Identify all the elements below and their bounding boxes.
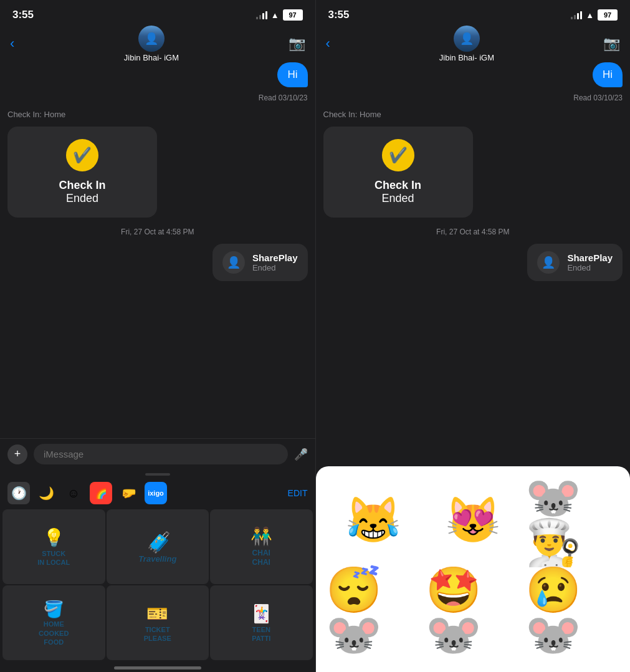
right-shareplay-card[interactable]: 👤 SharePlay Ended <box>527 244 623 281</box>
left-checkin-text: Check In Ended <box>59 179 105 205</box>
right-checkin-icon: ✔️ <box>382 139 414 171</box>
left-sticker-tabs: 🕐 🌙 ☺ 🌈 🤛 ixigo EDIT <box>0 479 315 507</box>
left-shareplay-icon: 👤 <box>222 251 245 274</box>
mouse-hearts-emoji: 😻 <box>445 497 501 542</box>
left-contact-avatar: 👤 <box>138 26 165 52</box>
left-sticker-tab-rainbow[interactable]: 🌈 <box>90 482 112 504</box>
left-message-area: Hi Read 03/10/23 Check In: Home ✔️ Check… <box>0 62 315 438</box>
right-checkin-text: Check In Ended <box>375 179 421 205</box>
right-contact-name: Jibin Bhai- iGM <box>439 53 494 62</box>
left-mic-icon[interactable]: 🎤 <box>294 448 308 461</box>
right-sticker-mouse-star[interactable]: 🤩🐭 <box>426 569 520 656</box>
right-phone-panel: 3:55 ▲ 97 ‹ 👤 Jibin Bhai- iGM 📷 H <box>315 0 631 672</box>
left-home-indicator <box>114 666 201 670</box>
mouse-star-emoji: 🤩🐭 <box>426 567 520 657</box>
left-sticker-travelling[interactable]: 🧳Travelling <box>107 509 209 584</box>
right-back-button[interactable]: ‹ <box>326 36 330 52</box>
left-checkin-label: Check In: Home <box>7 110 308 119</box>
right-read-timestamp: Read 03/10/23 <box>323 94 623 102</box>
left-input-bar: + 🎤 <box>0 438 315 469</box>
left-status-bar: 3:55 ▲ 97 <box>0 0 315 27</box>
right-sticker-mouse-sleeping[interactable]: 😴🐭 <box>326 569 421 656</box>
right-checkin-card[interactable]: ✔️ Check In Ended <box>323 127 473 218</box>
left-read-timestamp: Read 03/10/23 <box>7 94 308 102</box>
left-sticker-chai[interactable]: 👬CHAICHAI <box>210 509 313 584</box>
right-message-time: Fri, 27 Oct at 4:58 PM <box>323 228 623 236</box>
mouse-sad-emoji: 😢🐭 <box>525 567 620 657</box>
right-sticker-mouse-crying[interactable]: 😹 <box>326 476 421 564</box>
right-status-icons: ▲ 97 <box>571 9 618 21</box>
right-sticker-mouse-hearts[interactable]: 😻 <box>426 476 520 564</box>
right-sticker-sheet: 😹 😻 🐭👨‍🍳 😴🐭 🤩🐭 😢🐭 <box>316 466 631 672</box>
right-checkin-label: Check In: Home <box>323 110 623 119</box>
left-add-button[interactable]: + <box>7 444 27 464</box>
left-sticker-edit-button[interactable]: EDIT <box>288 488 308 498</box>
signal-icon <box>256 11 267 19</box>
right-battery-indicator: 97 <box>598 9 618 21</box>
left-sticker-panel: 🕐 🌙 ☺ 🌈 🤛 ixigo EDIT 💡STUCKIN LOCAL 🧳Tra… <box>0 469 315 663</box>
left-sticker-stuck-local[interactable]: 💡STUCKIN LOCAL <box>2 509 105 584</box>
left-sticker-home-cooked[interactable]: 🪣HOMECOOKEDFOOD <box>2 585 105 660</box>
right-shareplay-icon: 👤 <box>537 251 560 274</box>
left-message-input[interactable] <box>34 444 288 464</box>
right-nav-center[interactable]: 👤 Jibin Bhai- iGM <box>439 26 494 62</box>
right-hi-bubble: Hi <box>593 62 623 87</box>
left-sticker-tab-moon[interactable]: 🌙 <box>35 482 57 504</box>
right-time: 3:55 <box>328 9 350 21</box>
wifi-icon: ▲ <box>271 11 279 20</box>
right-sticker-mouse-chef[interactable]: 🐭👨‍🍳 <box>525 476 620 564</box>
right-hi-message: Hi <box>323 62 623 87</box>
left-back-button[interactable]: ‹ <box>10 36 14 52</box>
left-sticker-tab-emoji[interactable]: ☺ <box>62 482 85 504</box>
right-sticker-mouse-sad[interactable]: 😢🐭 <box>525 569 620 656</box>
right-contact-avatar: 👤 <box>454 26 480 52</box>
right-shareplay-text: SharePlay Ended <box>567 252 613 272</box>
battery-indicator: 97 <box>283 9 303 21</box>
left-sticker-teen-patti[interactable]: 🃏TEENPATTI <box>210 585 313 660</box>
mouse-sleeping-emoji: 😴🐭 <box>326 567 421 657</box>
left-shareplay-card[interactable]: 👤 SharePlay Ended <box>212 244 308 281</box>
right-status-bar: 3:55 ▲ 97 <box>316 0 631 27</box>
left-sticker-tab-recents[interactable]: 🕐 <box>7 482 30 504</box>
left-video-button[interactable]: 📷 <box>289 36 305 52</box>
right-signal-icon <box>571 11 582 19</box>
left-hi-message: Hi <box>7 62 308 87</box>
right-sticker-sheet-grid: 😹 😻 🐭👨‍🍳 😴🐭 🤩🐭 😢🐭 <box>316 466 631 666</box>
left-nav-center[interactable]: 👤 Jibin Bhai- iGM <box>124 26 179 62</box>
left-phone-panel: 3:55 ▲ 97 ‹ 👤 Jibin Bhai- iGM 📷 H <box>0 0 315 672</box>
left-shareplay-text: SharePlay Ended <box>252 252 298 272</box>
left-checkin-icon: ✔️ <box>66 139 98 171</box>
left-time: 3:55 <box>12 9 34 21</box>
right-video-button[interactable]: 📷 <box>603 36 620 52</box>
left-message-time: Fri, 27 Oct at 4:58 PM <box>7 228 308 236</box>
left-nav-bar: ‹ 👤 Jibin Bhai- iGM 📷 <box>0 27 315 62</box>
left-contact-name: Jibin Bhai- iGM <box>124 53 179 62</box>
left-status-icons: ▲ 97 <box>256 9 303 21</box>
left-sticker-ticket[interactable]: 🎫TICKETPLEASE <box>107 585 209 660</box>
left-hi-bubble: Hi <box>277 62 307 87</box>
left-sticker-tab-fighter[interactable]: 🤛 <box>117 482 140 504</box>
left-checkin-card[interactable]: ✔️ Check In Ended <box>7 127 157 218</box>
right-nav-bar: ‹ 👤 Jibin Bhai- iGM 📷 <box>316 27 631 62</box>
left-drag-handle <box>145 473 170 476</box>
right-wifi-icon: ▲ <box>586 11 594 20</box>
mouse-chef-emoji: 🐭👨‍🍳 <box>525 475 620 565</box>
left-sticker-tab-ixigo[interactable]: ixigo <box>145 482 167 504</box>
left-sticker-grid: 💡STUCKIN LOCAL 🧳Travelling 👬CHAICHAI 🪣HO… <box>0 507 315 663</box>
mouse-crying-emoji: 😹 <box>345 497 401 542</box>
